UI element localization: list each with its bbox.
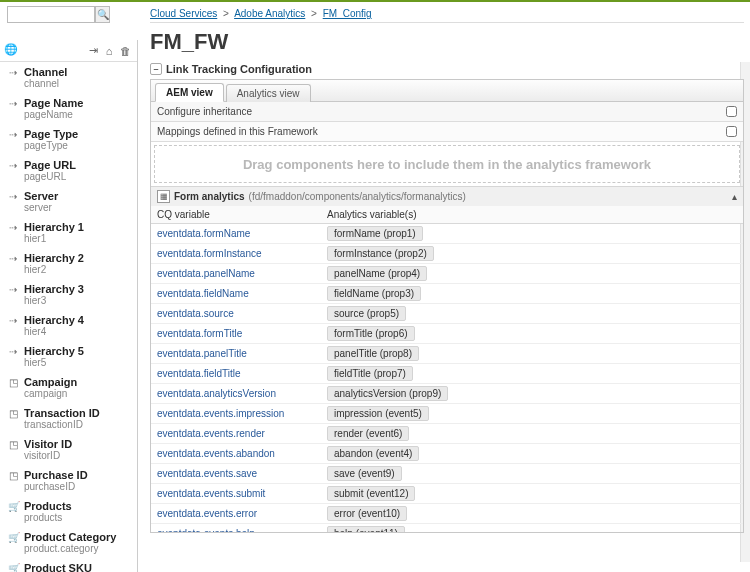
sidebar-item[interactable]: 🛒Product SKUproduct.sku xyxy=(0,558,137,572)
breadcrumb-link[interactable]: Adobe Analytics xyxy=(234,8,305,19)
analytics-variable-cell: panelName (prop4) xyxy=(321,264,743,284)
variable-pill[interactable]: save (event9) xyxy=(327,466,402,481)
sidebar-item-sub: hier1 xyxy=(24,233,84,244)
sidebar-item[interactable]: ⇢Page URLpageURL xyxy=(0,155,137,186)
trash-icon[interactable]: 🗑 xyxy=(119,44,131,58)
table-row[interactable]: eventdata.panelTitlepanelTitle (prop8) xyxy=(151,344,743,364)
breadcrumb-link[interactable]: FM_Config xyxy=(323,8,372,19)
tab-analytics-view[interactable]: Analytics view xyxy=(226,84,311,102)
table-row[interactable]: eventdata.analyticsVersionanalyticsVersi… xyxy=(151,384,743,404)
property-icon: ◳ xyxy=(8,469,18,481)
table-row[interactable]: eventdata.events.errorerror (event10) xyxy=(151,504,743,524)
sidebar-item[interactable]: ⇢Page TypepageType xyxy=(0,124,137,155)
table-row[interactable]: eventdata.events.submitsubmit (event12) xyxy=(151,484,743,504)
breadcrumb-link[interactable]: Cloud Services xyxy=(150,8,217,19)
table-row[interactable]: eventdata.sourcesource (prop5) xyxy=(151,304,743,324)
mappings-checkbox[interactable] xyxy=(726,126,737,137)
collapse-toggle[interactable]: – xyxy=(150,63,162,75)
analytics-variable-cell: error (event10) xyxy=(321,504,743,524)
tab-aem-view[interactable]: AEM view xyxy=(155,83,224,102)
variable-pill[interactable]: analyticsVersion (prop9) xyxy=(327,386,448,401)
cq-variable-cell: eventdata.events.render xyxy=(151,424,321,444)
sidebar-item[interactable]: ⇢Hierarchy 4hier4 xyxy=(0,310,137,341)
variable-pill[interactable]: submit (event12) xyxy=(327,486,415,501)
table-row[interactable]: eventdata.events.impressionimpression (e… xyxy=(151,404,743,424)
sidebar-item-title: Purchase ID xyxy=(24,469,88,481)
table-row[interactable]: eventdata.formInstanceformInstance (prop… xyxy=(151,244,743,264)
variable-pill[interactable]: formName (prop1) xyxy=(327,226,423,241)
sidebar-item-title: Hierarchy 4 xyxy=(24,314,84,326)
variable-pill[interactable]: source (prop5) xyxy=(327,306,406,321)
page-title: FM_FW xyxy=(150,29,744,55)
variable-pill[interactable]: panelTitle (prop8) xyxy=(327,346,419,361)
sidebar-item[interactable]: 🛒Product Categoryproduct.category xyxy=(0,527,137,558)
property-icon: ⇢ xyxy=(8,66,18,78)
variable-table-scroll[interactable]: CQ variable Analytics variable(s) eventd… xyxy=(151,206,743,532)
property-icon: ⇢ xyxy=(8,283,18,295)
cq-variable-cell: eventdata.events.submit xyxy=(151,484,321,504)
cq-variable-cell: eventdata.events.help xyxy=(151,524,321,533)
sidebar-item[interactable]: ⇢Channelchannel xyxy=(0,62,137,93)
table-row[interactable]: eventdata.formNameformName (prop1) xyxy=(151,224,743,244)
analytics-variable-cell: formName (prop1) xyxy=(321,224,743,244)
table-row[interactable]: eventdata.fieldTitlefieldTitle (prop7) xyxy=(151,364,743,384)
property-icon: ⇢ xyxy=(8,314,18,326)
globe-icon[interactable]: 🌐 xyxy=(4,43,18,57)
drop-zone[interactable]: Drag components here to include them in … xyxy=(154,145,740,183)
sidebar-item-sub: server xyxy=(24,202,58,213)
search-bar: 🔍 xyxy=(7,6,110,23)
variable-table: CQ variable Analytics variable(s) eventd… xyxy=(151,206,743,532)
property-icon: ⇢ xyxy=(8,190,18,202)
search-input[interactable] xyxy=(7,6,95,23)
sidebar-item-title: Product SKU xyxy=(24,562,92,572)
variable-pill[interactable]: panelName (prop4) xyxy=(327,266,427,281)
sidebar-item-title: Hierarchy 2 xyxy=(24,252,84,264)
table-row[interactable]: eventdata.fieldNamefieldName (prop3) xyxy=(151,284,743,304)
collapse-icon[interactable]: ▴ xyxy=(732,191,737,202)
analytics-variable-cell: submit (event12) xyxy=(321,484,743,504)
tool-icon[interactable]: ⌂ xyxy=(103,44,115,58)
analytics-variable-cell: analyticsVersion (prop9) xyxy=(321,384,743,404)
sidebar-item[interactable]: ◳Transaction IDtransactionID xyxy=(0,403,137,434)
sidebar-item[interactable]: ⇢Serverserver xyxy=(0,186,137,217)
mappings-label: Mappings defined in this Framework xyxy=(157,126,318,137)
variable-pill[interactable]: impression (event5) xyxy=(327,406,429,421)
sidebar-item-sub: product.category xyxy=(24,543,116,554)
variable-pill[interactable]: fieldName (prop3) xyxy=(327,286,421,301)
table-row[interactable]: eventdata.panelNamepanelName (prop4) xyxy=(151,264,743,284)
variable-pill[interactable]: help (event11) xyxy=(327,526,405,532)
sidebar-item[interactable]: 🛒Productsproducts xyxy=(0,496,137,527)
sidebar-item[interactable]: ⇢Hierarchy 3hier3 xyxy=(0,279,137,310)
sidebar-item[interactable]: ⇢Hierarchy 1hier1 xyxy=(0,217,137,248)
property-icon: ◳ xyxy=(8,376,18,388)
variable-pill[interactable]: formTitle (prop6) xyxy=(327,326,415,341)
table-row[interactable]: eventdata.events.abandonabandon (event4) xyxy=(151,444,743,464)
pin-icon[interactable]: ⇥ xyxy=(87,44,99,58)
configure-inheritance-bar[interactable]: Configure inheritance xyxy=(151,102,743,122)
sidebar-item[interactable]: ◳Purchase IDpurchaseID xyxy=(0,465,137,496)
sidebar-item[interactable]: ⇢Page NamepageName xyxy=(0,93,137,124)
variable-pill[interactable]: error (event10) xyxy=(327,506,407,521)
table-row[interactable]: eventdata.formTitleformTitle (prop6) xyxy=(151,324,743,344)
sidebar-item[interactable]: ⇢Hierarchy 5hier5 xyxy=(0,341,137,372)
sidebar-item-title: Campaign xyxy=(24,376,77,388)
sidebar-item-sub: hier2 xyxy=(24,264,84,275)
search-button[interactable]: 🔍 xyxy=(95,6,110,23)
sidebar-item[interactable]: ◳Visitor IDvisitorID xyxy=(0,434,137,465)
variable-pill[interactable]: fieldTitle (prop7) xyxy=(327,366,413,381)
sidebar-item[interactable]: ⇢Hierarchy 2hier2 xyxy=(0,248,137,279)
component-path: (fd/fmaddon/components/analytics/formana… xyxy=(249,191,466,202)
variable-pill[interactable]: abandon (event4) xyxy=(327,446,419,461)
table-row[interactable]: eventdata.events.savesave (event9) xyxy=(151,464,743,484)
variable-pill[interactable]: render (event6) xyxy=(327,426,409,441)
configure-checkbox[interactable] xyxy=(726,106,737,117)
sidebar-item[interactable]: ◳Campaigncampaign xyxy=(0,372,137,403)
analytics-variable-cell: source (prop5) xyxy=(321,304,743,324)
analytics-variable-cell: render (event6) xyxy=(321,424,743,444)
component-header[interactable]: ▦ Form analytics (fd/fmaddon/components/… xyxy=(151,186,743,206)
variable-pill[interactable]: formInstance (prop2) xyxy=(327,246,434,261)
sidebar-item-sub: products xyxy=(24,512,72,523)
table-row[interactable]: eventdata.events.helphelp (event11) xyxy=(151,524,743,533)
sidebar-item-title: Transaction ID xyxy=(24,407,100,419)
table-row[interactable]: eventdata.events.renderrender (event6) xyxy=(151,424,743,444)
